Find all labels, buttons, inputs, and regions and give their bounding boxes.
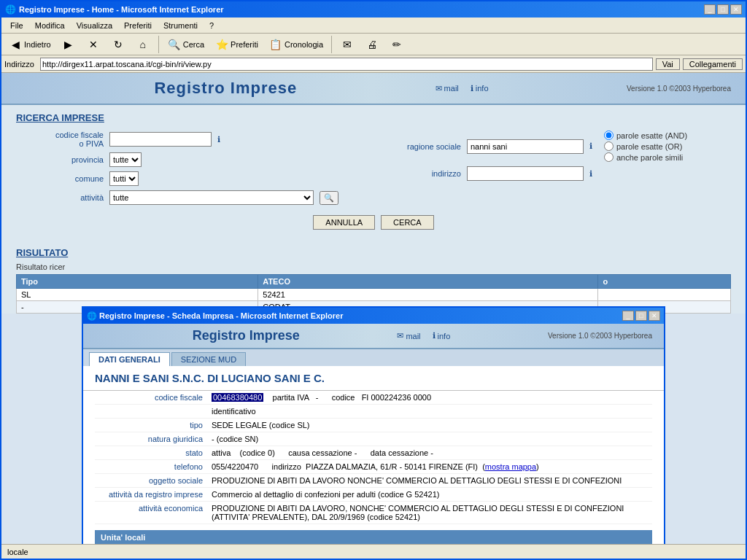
menu-preferiti[interactable]: Preferiti bbox=[118, 20, 158, 31]
radio-or[interactable]: parole esatte (OR) bbox=[604, 141, 687, 151]
tipo-detail-row: tipo SEDE LEGALE (codice SL) bbox=[95, 419, 652, 432]
ragione-sociale-info-icon[interactable]: ℹ bbox=[589, 141, 592, 151]
provincia-select[interactable]: tutte bbox=[109, 152, 142, 167]
piva-value: - bbox=[316, 393, 319, 402]
refresh-icon: ↻ bbox=[111, 37, 125, 52]
popup-title-text: 🌐 Registro Imprese - Scheda Impresa - Mi… bbox=[87, 311, 343, 321]
mail-button[interactable]: ✉ bbox=[336, 35, 358, 54]
indirizzo-row: indirizzo ℹ bbox=[374, 166, 731, 181]
tab-bar: DATI GENERALI SEZIONE MUD bbox=[83, 349, 664, 366]
tab-sezione-mud[interactable]: SEZIONE MUD bbox=[171, 352, 246, 366]
codice-fiscale-info-icon[interactable]: ℹ bbox=[217, 135, 220, 144]
menu-modifica[interactable]: Modifica bbox=[29, 20, 71, 31]
attivita-registro-label: attività da registro imprese bbox=[95, 490, 212, 499]
history-button[interactable]: 📋 Cronologia bbox=[265, 35, 327, 54]
radio-and-input[interactable] bbox=[604, 131, 614, 140]
company-name: NANNI E SANI S.N.C. DI LUCIANO SANI E C. bbox=[83, 366, 664, 391]
menu-visualizza[interactable]: Visualizza bbox=[71, 20, 118, 31]
popup-restore[interactable]: □ bbox=[635, 311, 647, 321]
annulla-button[interactable]: ANNULLA bbox=[313, 215, 375, 230]
address-input[interactable] bbox=[40, 58, 653, 71]
radio-or-input[interactable] bbox=[604, 141, 614, 151]
comune-select[interactable]: tutti bbox=[109, 171, 139, 186]
print-button[interactable]: 🖨 bbox=[361, 35, 383, 54]
ie-icon: 🌐 bbox=[5, 4, 16, 15]
left-form: codice fiscale o PIVA ℹ provincia tutte bbox=[16, 131, 374, 209]
radio-and[interactable]: parole esatte (AND) bbox=[604, 131, 687, 140]
favorites-icon: ⭐ bbox=[214, 37, 229, 52]
search-label: Cerca bbox=[183, 40, 204, 49]
back-button[interactable]: ◀ Indietro bbox=[4, 35, 55, 54]
search-title: RICERCA IMPRESE bbox=[16, 112, 731, 123]
provincia-row: provincia tutte bbox=[16, 152, 374, 167]
telefono-row: telefono 055/4220470 indirizzo PIAZZA DA… bbox=[95, 460, 652, 474]
codice-value: FI 000224236 0000 bbox=[362, 393, 431, 402]
tab-dati-generali[interactable]: DATI GENERALI bbox=[89, 352, 170, 366]
search-button[interactable]: 🔍 Cerca bbox=[163, 35, 208, 54]
radio-simili[interactable]: anche parole simili bbox=[604, 152, 687, 162]
refresh-button[interactable]: ↻ bbox=[107, 35, 129, 54]
toolbar: ◀ Indietro ▶ ✕ ↻ ⌂ 🔍 Cerca ⭐ Preferiti 📋… bbox=[1, 34, 746, 55]
toolbar-separator-2 bbox=[331, 36, 332, 53]
menu-bar: File Modifica Visualizza Preferiti Strum… bbox=[1, 18, 746, 34]
ragione-sociale-input[interactable] bbox=[467, 139, 584, 154]
indirizzo-input[interactable] bbox=[467, 166, 584, 181]
indirizzo-info-icon[interactable]: ℹ bbox=[589, 169, 592, 179]
unit-table-header: Unita' locali bbox=[95, 530, 652, 544]
favorites-button[interactable]: ⭐ Preferiti bbox=[211, 35, 262, 54]
popup-close[interactable]: ✕ bbox=[649, 311, 660, 321]
popup-content: Registro Imprese ✉ mail ℹ info Versione … bbox=[83, 324, 664, 544]
home-button[interactable]: ⌂ bbox=[132, 35, 154, 54]
codice-fiscale-row: codice fiscale o PIVA ℹ bbox=[16, 131, 374, 148]
ri-links: ✉ mail ℹ info bbox=[436, 84, 489, 93]
menu-file[interactable]: File bbox=[4, 20, 29, 31]
cerca-button[interactable]: CERCA bbox=[381, 215, 434, 230]
popup-mail-link[interactable]: ✉ mail bbox=[397, 331, 420, 341]
stato-label: stato bbox=[95, 448, 212, 457]
popup-ri-links: ✉ mail ℹ info bbox=[397, 331, 450, 341]
attivita-search-button[interactable]: 🔍 bbox=[320, 191, 338, 205]
cf-detail-value: 00468380480 partita IVA - codice FI 0002… bbox=[212, 393, 652, 402]
attivita-registro-value: Commercio al dettaglio di confezioni per… bbox=[212, 490, 652, 499]
links-button[interactable]: Collegamenti bbox=[683, 58, 743, 70]
popup-ri-header: Registro Imprese ✉ mail ℹ info Versione … bbox=[83, 324, 664, 349]
attivita-row: attività tutte 🔍 bbox=[16, 190, 374, 205]
attivita-economica-value: PRODUZIONE DI ABITI DA LAVORO, NONCHE' C… bbox=[212, 504, 652, 521]
print-icon: 🖨 bbox=[365, 37, 379, 52]
attivita-economica-row: attività economica PRODUZIONE DI ABITI D… bbox=[95, 502, 652, 524]
menu-help[interactable]: ? bbox=[204, 20, 220, 31]
window-title: Registro Imprese - Home - Microsoft Inte… bbox=[19, 5, 224, 14]
maximize-button[interactable]: □ bbox=[717, 4, 729, 15]
indirizzo-label: indirizzo bbox=[374, 169, 461, 178]
popup-title-bar: 🌐 Registro Imprese - Scheda Impresa - Mi… bbox=[83, 308, 664, 324]
codice-label: codice bbox=[332, 393, 355, 402]
close-button[interactable]: ✕ bbox=[730, 4, 742, 15]
attivita-select[interactable]: tutte bbox=[109, 190, 314, 205]
telefono-value: 055/4220470 indirizzo PIAZZA DALMAZIA, 6… bbox=[212, 462, 652, 471]
attivita-label: attività bbox=[16, 193, 104, 202]
natura-giuridica-label: natura giuridica bbox=[95, 435, 212, 443]
go-button[interactable]: Vai bbox=[656, 58, 680, 70]
popup-info-link[interactable]: ℹ info bbox=[433, 331, 451, 341]
right-form: ragione sociale ℹ parole esatte (AND) pa… bbox=[374, 131, 731, 209]
stop-button[interactable]: ✕ bbox=[82, 35, 104, 54]
back-icon: ◀ bbox=[8, 37, 23, 52]
menu-strumenti[interactable]: Strumenti bbox=[158, 20, 204, 31]
radio-simili-input[interactable] bbox=[604, 152, 614, 162]
results-title: RISULTATO bbox=[16, 243, 731, 262]
mail-link[interactable]: ✉ mail bbox=[436, 84, 459, 93]
cf-detail-label: codice fiscale bbox=[95, 393, 212, 402]
codice-fiscale-input[interactable] bbox=[109, 132, 212, 147]
col-o: o bbox=[598, 275, 731, 289]
comune-label: comune bbox=[16, 174, 104, 183]
stop-icon: ✕ bbox=[86, 37, 101, 52]
cf-highlight: 00468380480 bbox=[212, 393, 263, 402]
popup-minimize[interactable]: _ bbox=[622, 311, 634, 321]
mostra-mappa-link[interactable]: mostra mappa bbox=[485, 462, 536, 471]
forward-button[interactable]: ▶ bbox=[58, 35, 80, 54]
edit-button[interactable]: ✏ bbox=[386, 35, 408, 54]
minimize-button[interactable]: _ bbox=[704, 4, 716, 15]
edit-icon: ✏ bbox=[390, 37, 404, 52]
results-subtitle: Risultato ricer bbox=[16, 262, 731, 271]
info-link[interactable]: ℹ info bbox=[471, 84, 489, 93]
